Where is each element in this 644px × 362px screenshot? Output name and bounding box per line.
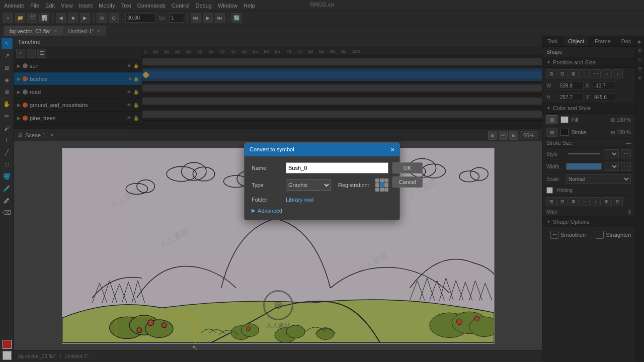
reg-dot-bm bbox=[380, 188, 384, 192]
dialog-fields: Name Type Graphic Registration: bbox=[252, 162, 388, 214]
convert-to-symbol-dialog: Convert to symbol × Name Type Graphic Re… bbox=[244, 142, 400, 220]
reg-dot-bl bbox=[375, 188, 379, 192]
dialog-title: Convert to symbol bbox=[250, 146, 294, 152]
reg-dot-tl bbox=[375, 178, 379, 183]
cancel-button[interactable]: Cancel bbox=[392, 176, 423, 188]
dialog-title-bar: Convert to symbol × bbox=[245, 143, 399, 156]
dialog-overlay: Convert to symbol × Name Type Graphic Re… bbox=[0, 0, 644, 362]
dialog-main-content: Name Type Graphic Registration: bbox=[252, 162, 392, 214]
advanced-row: ▶ Advanced bbox=[252, 208, 388, 214]
registration-label: Registration: bbox=[338, 182, 369, 188]
advanced-link[interactable]: Advanced bbox=[258, 208, 282, 214]
dialog-close-btn[interactable]: × bbox=[390, 146, 394, 153]
dialog-type-row: Type Graphic Registration: bbox=[252, 178, 388, 192]
dialog-name-row: Name bbox=[252, 162, 388, 173]
reg-dot-center bbox=[380, 183, 384, 187]
reg-dot-ml bbox=[375, 183, 379, 187]
dialog-folder-row: Folder Library root bbox=[252, 197, 388, 203]
advanced-arrow: ▶ bbox=[252, 208, 256, 213]
reg-dot-mr bbox=[384, 183, 388, 187]
ok-button[interactable]: OK bbox=[392, 162, 423, 173]
dialog-folder-link[interactable]: Library root bbox=[286, 197, 314, 203]
dialog-type-select[interactable]: Graphic bbox=[286, 179, 331, 191]
dialog-name-input[interactable] bbox=[286, 162, 388, 173]
dialog-body: Name Type Graphic Registration: bbox=[245, 156, 399, 220]
registration-grid[interactable] bbox=[375, 178, 388, 192]
dialog-buttons: OK Cancel bbox=[392, 162, 423, 214]
reg-dot-br bbox=[384, 188, 388, 192]
reg-dot-tm bbox=[380, 178, 384, 183]
reg-dot-tr bbox=[384, 178, 388, 183]
